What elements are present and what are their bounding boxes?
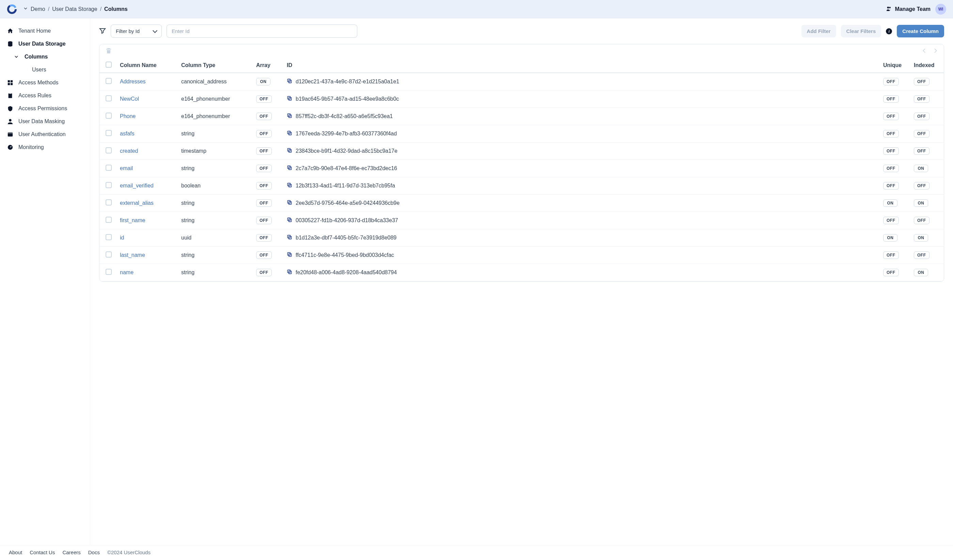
table-row: asfafsstringOFF1767eeda-3299-4e7b-afb3-6… [99,125,944,142]
info-icon[interactable]: i [886,28,892,34]
column-name-link[interactable]: Addresses [120,79,146,84]
shield-icon [7,105,14,111]
copy-icon[interactable] [287,217,292,224]
svg-rect-35 [289,254,292,257]
clear-filters-button[interactable]: Clear Filters [841,25,882,37]
copy-icon[interactable] [287,252,292,258]
array-badge: OFF [256,182,272,190]
window-icon [7,131,14,138]
array-badge: OFF [256,269,272,276]
column-id: 2c7a7c9b-90e8-47e4-8f6e-ec73bd2dec16 [296,166,397,172]
pager-prev-icon[interactable] [922,48,926,54]
footer: About Contact Us Careers Docs ©2024 User… [0,545,953,559]
column-name-link[interactable]: Phone [120,113,135,119]
column-type: uuid [177,229,252,247]
sidebar-item-access-permissions[interactable]: Access Permissions [0,102,90,115]
row-checkbox[interactable] [106,182,112,188]
breadcrumb-uds[interactable]: User Data Storage [52,6,98,12]
row-checkbox[interactable] [106,78,112,84]
footer-contact[interactable]: Contact Us [29,549,55,555]
column-id: 00305227-fd1b-4206-937d-d18b4ca33e37 [296,217,398,224]
column-name-link[interactable]: email [120,166,133,171]
indexed-badge: OFF [914,78,930,85]
copy-icon[interactable] [287,96,292,102]
column-name-link[interactable]: id [120,235,124,241]
column-name-link[interactable]: NewCol [120,96,139,102]
footer-docs[interactable]: Docs [88,549,100,555]
indexed-badge: OFF [914,95,930,103]
row-checkbox[interactable] [106,217,112,223]
th-column-type: Column Type [177,58,252,73]
avatar[interactable]: WI [935,4,946,15]
pager-next-icon[interactable] [934,48,937,54]
sidebar-item-user-data-storage[interactable]: User Data Storage [0,37,90,50]
sidebar-item-tenant-home[interactable]: Tenant Home [0,25,90,37]
column-id: b1d12a3e-dbf7-4405-b5fc-7e3919d8e089 [296,235,396,241]
sidebar: Tenant HomeUser Data StorageColumnsUsers… [0,19,90,545]
column-name-link[interactable]: external_alias [120,200,154,206]
copy-icon[interactable] [287,200,292,207]
copy-icon[interactable] [287,78,292,85]
add-filter-button[interactable]: Add Filter [801,25,836,37]
row-checkbox[interactable] [106,200,112,206]
svg-rect-6 [11,80,12,82]
column-id: d120ec21-437a-4e9c-87d2-e1d215a0a1e1 [296,79,399,85]
row-checkbox[interactable] [106,269,112,275]
clipboard-icon [7,93,14,99]
breadcrumb-columns: Columns [104,6,127,12]
row-checkbox[interactable] [106,165,112,171]
column-name-link[interactable]: asfafs [120,131,135,136]
row-checkbox[interactable] [106,234,112,240]
array-badge: OFF [256,217,272,224]
select-all-checkbox[interactable] [106,62,112,68]
indexed-badge: ON [914,269,928,276]
column-type: e164_phonenumber [177,108,252,125]
sidebar-item-access-rules[interactable]: Access Rules [0,89,90,102]
svg-rect-29 [289,202,292,204]
copy-icon[interactable] [287,113,292,120]
table-row: first_namestringOFF00305227-fd1b-4206-93… [99,212,944,229]
filter-id-input[interactable] [166,25,357,38]
create-column-button[interactable]: Create Column [897,25,944,37]
copy-icon[interactable] [287,234,292,241]
row-checkbox[interactable] [106,130,112,136]
copy-icon[interactable] [287,130,292,137]
filter-by-select[interactable]: Filter by Id [111,25,162,38]
manage-team-link[interactable]: Manage Team [886,5,931,13]
svg-rect-32 [287,218,290,220]
column-name-link[interactable]: created [120,148,138,154]
row-checkbox[interactable] [106,147,112,153]
column-name-link[interactable]: email_verified [120,183,154,189]
svg-rect-36 [287,252,290,255]
footer-about[interactable]: About [9,549,22,555]
unique-badge: OFF [883,130,899,138]
copy-icon[interactable] [287,148,292,155]
sidebar-item-label: Access Permissions [19,105,67,111]
sidebar-item-user-data-masking[interactable]: User Data Masking [0,115,90,128]
sidebar-item-user-authentication[interactable]: User Authentication [0,128,90,141]
sidebar-item-columns[interactable]: Columns [0,50,90,63]
indexed-badge: OFF [914,113,930,120]
row-checkbox[interactable] [106,95,112,101]
svg-point-3 [889,7,891,9]
copy-icon[interactable] [287,165,292,172]
copy-icon[interactable] [287,183,292,189]
sidebar-item-users[interactable]: Users [0,63,90,76]
sidebar-item-monitoring[interactable]: Monitoring [0,141,90,154]
table-toolbar [99,44,944,58]
copy-icon[interactable] [287,269,292,276]
row-checkbox[interactable] [106,251,112,258]
column-name-link[interactable]: first_name [120,217,146,223]
column-name-link[interactable]: last_name [120,252,145,258]
column-name-link[interactable]: name [120,269,133,275]
sidebar-item-access-methods[interactable]: Access Methods [0,76,90,89]
footer-careers[interactable]: Careers [62,549,81,555]
table-row: NewCole164_phonenumberOFFb19ac645-9b57-4… [99,90,944,108]
breadcrumb-demo[interactable]: Demo [31,6,45,12]
row-checkbox[interactable] [106,113,112,119]
chevron-down-icon[interactable] [23,6,28,12]
trash-icon[interactable] [106,48,112,55]
array-badge: ON [256,78,270,85]
svg-rect-38 [287,270,290,272]
breadcrumb-sep-1: / [48,6,50,12]
